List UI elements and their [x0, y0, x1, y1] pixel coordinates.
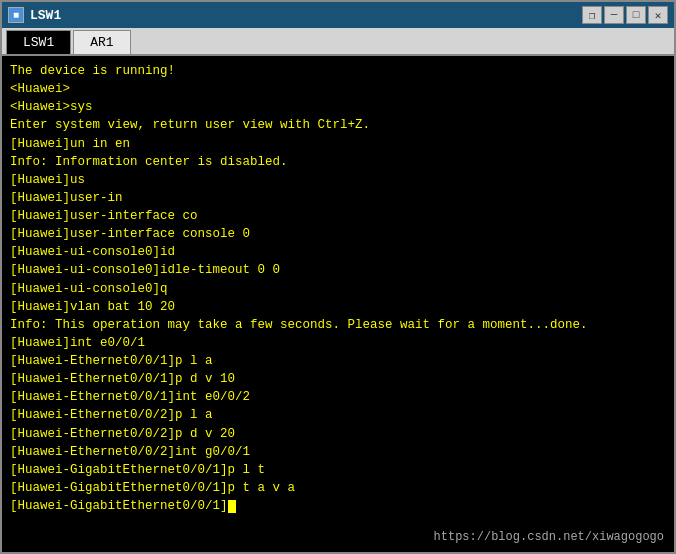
close-button[interactable]: ✕ — [648, 6, 668, 24]
terminal-line: [Huawei-Ethernet0/0/1]int e0/0/2 — [10, 388, 666, 406]
main-window: ■ LSW1 ❐ ─ □ ✕ LSW1 AR1 The device is ru… — [0, 0, 676, 554]
terminal-line: [Huawei-ui-console0]idle-timeout 0 0 — [10, 261, 666, 279]
maximize-button[interactable]: □ — [626, 6, 646, 24]
watermark: https://blog.csdn.net/xiwagogogo — [434, 529, 664, 546]
terminal-line: [Huawei-GigabitEthernet0/0/1]p t a v a — [10, 479, 666, 497]
tab-bar: LSW1 AR1 — [2, 28, 674, 56]
terminal-line: The device is running! — [10, 62, 666, 80]
terminal-line: <Huawei>sys — [10, 98, 666, 116]
terminal-line: [Huawei]un in en — [10, 135, 666, 153]
terminal-line: [Huawei]us — [10, 171, 666, 189]
terminal-line: [Huawei]user-in — [10, 189, 666, 207]
terminal-line: Info: This operation may take a few seco… — [10, 316, 666, 334]
terminal-line: [Huawei]vlan bat 10 20 — [10, 298, 666, 316]
terminal-line: <Huawei> — [10, 80, 666, 98]
title-bar: ■ LSW1 ❐ ─ □ ✕ — [2, 2, 674, 28]
window-title: LSW1 — [30, 8, 61, 23]
minimize-button[interactable]: ─ — [604, 6, 624, 24]
terminal-line: [Huawei-Ethernet0/0/2]p d v 20 — [10, 425, 666, 443]
terminal-output[interactable]: The device is running!<Huawei><Huawei>sy… — [2, 56, 674, 552]
app-icon: ■ — [8, 7, 24, 23]
terminal-line: [Huawei-Ethernet0/0/1]p d v 10 — [10, 370, 666, 388]
tab-ar1[interactable]: AR1 — [73, 30, 130, 54]
terminal-line: [Huawei-Ethernet0/0/1]p l a — [10, 352, 666, 370]
title-bar-left: ■ LSW1 — [8, 7, 61, 23]
terminal-line: [Huawei]user-interface console 0 — [10, 225, 666, 243]
restore-button[interactable]: ❐ — [582, 6, 602, 24]
terminal-cursor — [228, 500, 236, 513]
terminal-line: [Huawei-Ethernet0/0/2]int g0/0/1 — [10, 443, 666, 461]
tab-lsw1[interactable]: LSW1 — [6, 30, 71, 54]
terminal-line: [Huawei-GigabitEthernet0/0/1] — [10, 497, 666, 515]
terminal-line: Enter system view, return user view with… — [10, 116, 666, 134]
terminal-line: [Huawei-ui-console0]q — [10, 280, 666, 298]
terminal-line: [Huawei]int e0/0/1 — [10, 334, 666, 352]
terminal-line: [Huawei-ui-console0]id — [10, 243, 666, 261]
terminal-line: [Huawei-Ethernet0/0/2]p l a — [10, 406, 666, 424]
terminal-line: [Huawei-GigabitEthernet0/0/1]p l t — [10, 461, 666, 479]
terminal-line: Info: Information center is disabled. — [10, 153, 666, 171]
title-controls: ❐ ─ □ ✕ — [582, 6, 668, 24]
terminal-line: [Huawei]user-interface co — [10, 207, 666, 225]
